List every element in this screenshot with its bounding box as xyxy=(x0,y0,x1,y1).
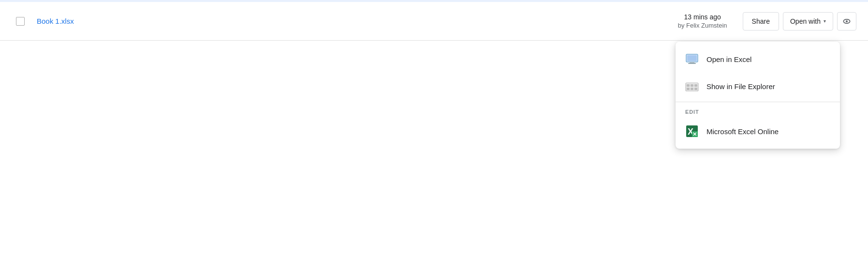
show-in-file-explorer-item[interactable]: Show in File Explorer xyxy=(676,73,840,100)
svg-rect-10 xyxy=(691,88,693,90)
svg-rect-9 xyxy=(691,84,693,87)
open-in-excel-label: Open in Excel xyxy=(706,55,751,63)
svg-rect-7 xyxy=(687,84,690,87)
svg-rect-12 xyxy=(694,88,697,90)
svg-text:✕: ✕ xyxy=(692,131,697,137)
excel-online-icon: X ✕ xyxy=(685,124,699,138)
checkbox-area xyxy=(12,17,29,26)
file-name[interactable]: Book 1.xlsx xyxy=(37,17,678,25)
file-checkbox[interactable] xyxy=(16,17,25,26)
open-in-excel-item[interactable]: Open in Excel xyxy=(676,46,840,73)
svg-rect-4 xyxy=(690,62,694,63)
explorer-icon xyxy=(685,79,699,93)
svg-rect-8 xyxy=(687,88,690,90)
edit-section-header: EDIT xyxy=(676,104,840,118)
svg-rect-11 xyxy=(694,84,697,87)
microsoft-excel-online-label: Microsoft Excel Online xyxy=(706,127,779,136)
timestamp-area: 13 mins ago by Felix Zumstein xyxy=(678,13,727,29)
menu-divider xyxy=(676,102,840,102)
open-with-label: Open with xyxy=(790,17,821,25)
actions-area: Share Open with ▾ xyxy=(743,12,856,31)
eye-icon xyxy=(842,16,852,26)
monitor-icon xyxy=(685,52,699,66)
timestamp-sub: by Felix Zumstein xyxy=(678,22,727,29)
svg-point-1 xyxy=(846,20,848,22)
open-with-dropdown: Open in Excel Show in File Explorer EDIT xyxy=(676,42,840,149)
preview-button[interactable] xyxy=(837,12,856,31)
timestamp-main: 13 mins ago xyxy=(684,13,721,21)
open-with-button[interactable]: Open with ▾ xyxy=(783,12,833,31)
file-row: Book 1.xlsx 13 mins ago by Felix Zumstei… xyxy=(0,2,868,41)
svg-rect-3 xyxy=(687,55,697,61)
share-button[interactable]: Share xyxy=(743,12,779,31)
show-in-file-explorer-label: Show in File Explorer xyxy=(706,82,775,91)
svg-rect-5 xyxy=(688,63,696,64)
microsoft-excel-online-item[interactable]: X ✕ Microsoft Excel Online xyxy=(676,118,840,145)
chevron-down-icon: ▾ xyxy=(824,18,826,24)
